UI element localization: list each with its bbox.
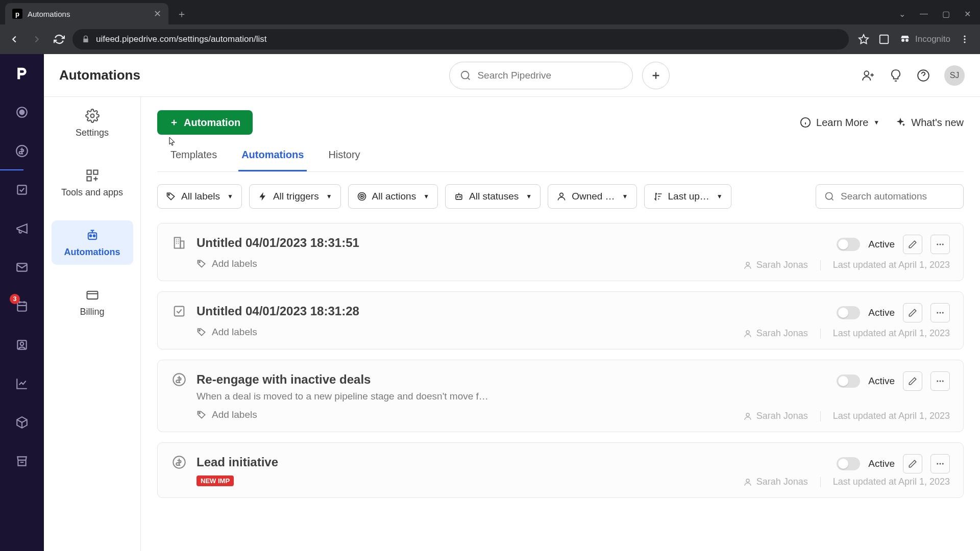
nav-marketplace-icon[interactable] [12,451,32,471]
svg-rect-1 [880,35,889,44]
svg-point-48 [746,331,749,334]
automation-card[interactable]: Untitled 04/01/2023 18:31:28 Add labels … [157,291,964,349]
filter-owned[interactable]: Owned …▼ [548,184,636,209]
menu-icon[interactable] [960,34,970,44]
nav-focus-icon[interactable] [12,102,32,122]
address-bar[interactable]: uifeed.pipedrive.com/settings/automation… [72,29,849,49]
updated-label: Last updated at April 1, 2023 [833,260,950,270]
maximize-icon[interactable]: ▢ [942,9,950,19]
forward-button[interactable] [28,30,46,48]
extensions-icon[interactable] [878,34,890,45]
nav-contacts-icon[interactable] [12,335,32,355]
edit-button[interactable] [903,235,922,254]
sidebar-item-settings[interactable]: Settings [52,101,133,145]
filter-triggers[interactable]: All triggers▼ [249,184,341,209]
gear-icon [85,108,100,123]
whats-new-button[interactable]: What's new [895,117,964,129]
automation-card[interactable]: Lead initiative NEW IMP Active Sarah Jon… [157,442,964,498]
svg-point-21 [93,235,95,237]
more-button[interactable] [930,454,950,473]
svg-point-44 [199,330,201,331]
star-icon[interactable] [858,34,869,45]
nav-mail-icon[interactable] [12,257,32,278]
filter-actions[interactable]: All actions▼ [348,184,438,209]
invite-icon[interactable] [862,69,875,82]
svg-point-20 [89,235,91,237]
svg-point-59 [746,479,749,482]
svg-point-57 [940,463,941,465]
sidebar-item-automations[interactable]: Automations [52,220,133,265]
learn-more-button[interactable]: Learn More ▼ [800,117,879,129]
nav-projects-icon[interactable] [12,180,32,200]
svg-point-38 [199,261,201,263]
filter-statuses[interactable]: All statuses▼ [445,184,541,209]
search-icon [460,70,471,81]
cursor-icon [169,137,176,146]
automation-search-input[interactable]: Search automations [816,184,964,209]
automation-title: Re-engage with inactive deals [197,372,371,387]
topbar: Automations Search Pipedrive SJ [44,54,980,97]
global-search-input[interactable]: Search Pipedrive [449,62,633,89]
help-icon[interactable] [917,69,930,82]
svg-rect-18 [87,177,91,181]
svg-point-35 [826,193,832,199]
active-toggle[interactable] [837,238,860,251]
sidebar-item-label: Tools and apps [61,187,123,198]
check-icon [171,303,187,319]
tabs: Templates Automations History [157,149,964,172]
svg-point-24 [864,71,869,76]
new-tab-button[interactable]: ＋ [168,3,195,24]
quick-add-button[interactable] [642,62,670,89]
automation-title: Untitled 04/01/2023 18:31:51 [197,236,359,250]
browser-tab-strip: p Automations ✕ ＋ ⌄ — ▢ ✕ [0,0,980,24]
tab-history[interactable]: History [325,149,363,171]
close-tab-icon[interactable]: ✕ [154,8,161,19]
dollar-icon [171,371,187,388]
automation-title: Lead initiative [197,455,278,469]
svg-point-2 [901,39,904,42]
svg-point-14 [20,342,24,346]
sidebar-item-tools[interactable]: Tools and apps [52,161,133,205]
info-icon [800,117,811,128]
updated-label: Last updated at April 1, 2023 [833,328,950,339]
more-button[interactable] [930,235,950,254]
browser-tab[interactable]: p Automations ✕ [5,3,168,24]
tab-templates[interactable]: Templates [167,149,220,171]
reload-button[interactable] [50,30,68,48]
automation-card[interactable]: Untitled 04/01/2023 18:31:51 Add labels … [157,223,964,281]
svg-point-33 [460,196,461,197]
edit-button[interactable] [903,303,922,322]
nav-activities-icon[interactable]: 3 [12,296,32,316]
svg-point-47 [942,312,944,314]
assistant-icon[interactable] [889,69,902,82]
svg-point-40 [940,244,941,245]
filter-labels[interactable]: All labels▼ [157,184,242,209]
back-button[interactable] [5,30,23,48]
nav-products-icon[interactable] [12,412,32,433]
new-automation-button[interactable]: Automation [157,110,253,135]
active-toggle[interactable] [837,374,860,388]
close-window-icon[interactable]: ✕ [964,9,971,19]
filter-bar: All labels▼ All triggers▼ All actions▼ A… [157,184,964,209]
nav-insights-icon[interactable] [12,373,32,394]
active-toggle[interactable] [837,306,860,319]
minimize-icon[interactable]: — [920,9,928,18]
tab-title: Automations [28,10,70,18]
page-title: Automations [59,67,140,83]
more-button[interactable] [930,303,950,322]
svg-rect-17 [93,170,97,174]
edit-button[interactable] [903,454,922,473]
edit-button[interactable] [903,371,922,391]
chevron-down-icon[interactable]: ⌄ [899,9,905,19]
nav-deals-icon[interactable] [12,141,32,161]
active-toggle[interactable] [837,457,860,470]
sparkle-icon [895,117,906,128]
sort-button[interactable]: Last up…▼ [644,184,731,209]
user-avatar[interactable]: SJ [944,65,965,86]
tab-automations[interactable]: Automations [238,149,307,171]
automation-card[interactable]: Re-engage with inactive deals When a dea… [157,360,964,432]
more-button[interactable] [930,371,950,391]
sidebar-item-billing[interactable]: Billing [52,280,133,324]
app-logo-icon[interactable] [12,63,32,84]
nav-campaigns-icon[interactable] [12,218,32,239]
